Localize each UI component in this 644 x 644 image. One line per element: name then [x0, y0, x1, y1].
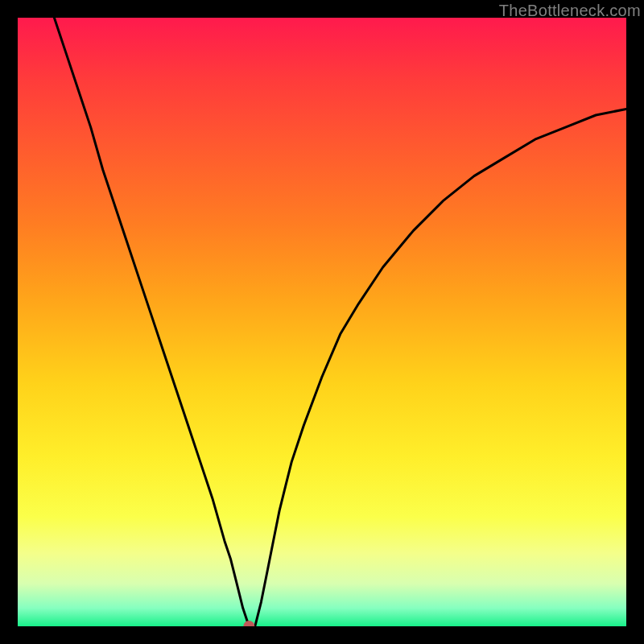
chart-svg: [18, 18, 626, 626]
chart-frame: [18, 18, 626, 626]
marker-dot: [243, 621, 254, 626]
bottleneck-curve: [54, 18, 626, 626]
watermark-text: TheBottleneck.com: [499, 2, 641, 20]
curve-group: [54, 18, 626, 626]
